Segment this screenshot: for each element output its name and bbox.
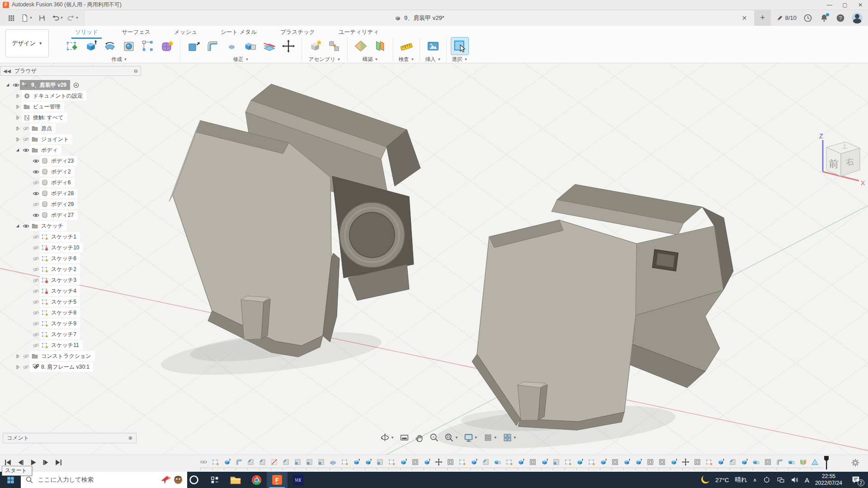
fit-icon[interactable]: ▼ <box>443 432 460 443</box>
hidden-icons-chevron[interactable]: ∧ <box>753 477 757 483</box>
press-pull-icon[interactable] <box>185 38 202 55</box>
timeline-feature-box-icon[interactable] <box>409 456 421 467</box>
close-button[interactable]: ✕ <box>853 0 868 10</box>
revolve-icon[interactable] <box>101 38 118 55</box>
timeline-feature-extrude-icon[interactable] <box>421 456 433 467</box>
timeline-feature-box-icon[interactable] <box>444 456 456 467</box>
visibility-eye-icon[interactable] <box>32 157 40 165</box>
timeline-feature-extrude-icon[interactable] <box>668 456 679 467</box>
ime-mode-label[interactable]: A <box>805 476 809 484</box>
timeline-feature-fillet-icon[interactable] <box>774 456 785 467</box>
browser-panel-header[interactable]: ◀◀ ブラウザ ⊖ <box>0 66 141 76</box>
timeline-feature-extrude-icon[interactable] <box>397 456 409 467</box>
timeline-feature-extrude-icon[interactable] <box>221 456 233 467</box>
tree-item-スケッチ8[interactable]: スケッチ8 <box>0 307 141 318</box>
visibility-eye-icon[interactable] <box>32 298 40 306</box>
timeline-feature-extrude-icon[interactable] <box>597 456 609 467</box>
visibility-eye-icon[interactable] <box>22 146 30 154</box>
app-launcher-icon[interactable] <box>5 12 18 24</box>
visibility-eye-icon[interactable] <box>32 319 40 328</box>
visibility-eye-icon[interactable] <box>22 222 30 230</box>
visibility-eye-icon[interactable] <box>32 233 40 241</box>
action-center-button[interactable]: 2 <box>848 474 863 486</box>
visibility-eye-icon[interactable] <box>32 168 40 176</box>
timeline-feature-combine-icon[interactable] <box>491 456 503 467</box>
notifications-bell-icon[interactable] <box>819 13 829 23</box>
tree-item-スケッチ3[interactable]: スケッチ3 <box>0 275 141 286</box>
ribbon-group-label[interactable]: 構築▼ <box>363 56 378 63</box>
taskbar-app-fusion360[interactable]: F360 <box>267 472 288 488</box>
timeline-feature-sketch-icon[interactable] <box>503 456 515 467</box>
minimize-button[interactable]: — <box>822 0 837 10</box>
taskbar-app-vix[interactable]: ViX <box>288 472 308 488</box>
tree-item-スケッチ11[interactable]: スケッチ11 <box>0 340 141 351</box>
shell-icon[interactable] <box>223 38 240 55</box>
tree-item-ボディ29[interactable]: ボディ29 <box>0 199 141 210</box>
ribbon-group-label[interactable]: 修正▼ <box>233 56 249 63</box>
timeline-step-forward-button[interactable] <box>41 457 51 467</box>
timeline-feature-fillet-icon[interactable] <box>233 456 245 467</box>
timeline-feature-corner-icon[interactable] <box>550 456 562 467</box>
timeline-feature-extrude-icon[interactable] <box>632 456 644 467</box>
tree-item-スケッチ2[interactable]: スケッチ2 <box>0 264 141 275</box>
timeline-feature-combine-icon[interactable] <box>750 456 762 467</box>
expander-icon[interactable] <box>4 81 12 89</box>
file-menu-button[interactable]: ▼ <box>20 12 33 24</box>
tree-item-スケッチ4[interactable]: スケッチ4 <box>0 286 141 296</box>
pan-icon[interactable] <box>413 432 425 443</box>
construction-plane-icon[interactable] <box>352 38 369 55</box>
tree-item-8. 肩フレーム v30:1[interactable]: 8. 肩フレーム v30:1 <box>0 361 141 372</box>
timeline-feature-sketch-icon[interactable] <box>585 456 597 467</box>
save-button[interactable] <box>35 12 49 24</box>
expander-icon[interactable] <box>14 113 22 122</box>
visibility-eye-icon[interactable] <box>22 124 30 132</box>
tree-item-ボディ28[interactable]: ボディ28 <box>0 188 141 199</box>
close-tab-icon[interactable]: ✕ <box>740 13 750 23</box>
tree-item-ドキュメントの設定[interactable]: ドキュメントの設定 <box>0 90 141 101</box>
visibility-eye-icon[interactable] <box>32 309 40 317</box>
ribbon-group-label[interactable]: 挿入▼ <box>425 56 441 63</box>
tree-item-スケッチ10[interactable]: スケッチ10 <box>0 242 141 253</box>
joint-icon[interactable] <box>326 38 343 55</box>
timeline-feature-extrude-icon[interactable] <box>574 456 585 467</box>
timeline-feature-triangle-icon[interactable] <box>809 456 821 467</box>
timeline-feature-extrude-icon[interactable] <box>468 456 480 467</box>
visibility-eye-icon[interactable] <box>22 135 30 143</box>
timeline-feature-box-icon[interactable] <box>656 456 668 467</box>
visibility-eye-icon[interactable] <box>12 81 20 89</box>
timeline-feature-chamfer-icon[interactable] <box>256 456 268 467</box>
timeline-feature-box-icon[interactable] <box>609 456 621 467</box>
tree-item-スケッチ9[interactable]: スケッチ9 <box>0 318 141 329</box>
timeline-feature-chamfer-icon[interactable] <box>480 456 491 467</box>
visibility-eye-icon[interactable] <box>32 200 40 208</box>
display-settings-icon[interactable]: ▼ <box>462 432 479 443</box>
tree-item-スケッチ1[interactable]: スケッチ1 <box>0 231 141 242</box>
visibility-eye-icon[interactable] <box>32 341 40 349</box>
timeline-feature-mirror-icon[interactable] <box>797 456 809 467</box>
sync-tray-icon[interactable] <box>763 476 771 484</box>
timeline-feature-sketch-icon[interactable] <box>562 456 574 467</box>
hole-icon[interactable] <box>120 38 137 55</box>
timeline-feature-sketch-icon[interactable] <box>703 456 715 467</box>
weather-label[interactable]: 晴れ <box>735 476 747 484</box>
offset-plane-icon[interactable] <box>371 38 388 55</box>
timeline-feature-extrude-icon[interactable] <box>621 456 632 467</box>
new-component-icon[interactable] <box>307 38 324 55</box>
timeline-feature-combine-icon[interactable] <box>785 456 797 467</box>
comments-panel[interactable]: コメント ⊕ <box>3 433 137 443</box>
timeline-feature-sketch-icon[interactable] <box>456 456 468 467</box>
taskbar-app-chrome[interactable] <box>246 472 267 488</box>
visibility-eye-icon[interactable] <box>32 287 40 295</box>
timeline-skip-end-button[interactable] <box>53 457 63 467</box>
visibility-eye-icon[interactable] <box>22 352 30 360</box>
timeline-feature-sketch-icon[interactable] <box>386 456 397 467</box>
tree-item-スケッチ[interactable]: スケッチ <box>0 221 141 231</box>
expander-icon[interactable] <box>14 92 22 100</box>
tree-item-ボディ23[interactable]: ボディ23 <box>0 155 141 166</box>
timeline-feature-slash-icon[interactable] <box>268 456 280 467</box>
timeline-playhead[interactable] <box>823 456 830 469</box>
timeline-feature-chamfer-icon[interactable] <box>280 456 292 467</box>
grid-layout-icon[interactable]: ▼ <box>482 432 499 443</box>
timeline-feature-extrude-icon[interactable] <box>715 456 726 467</box>
visibility-eye-icon[interactable] <box>32 178 40 187</box>
